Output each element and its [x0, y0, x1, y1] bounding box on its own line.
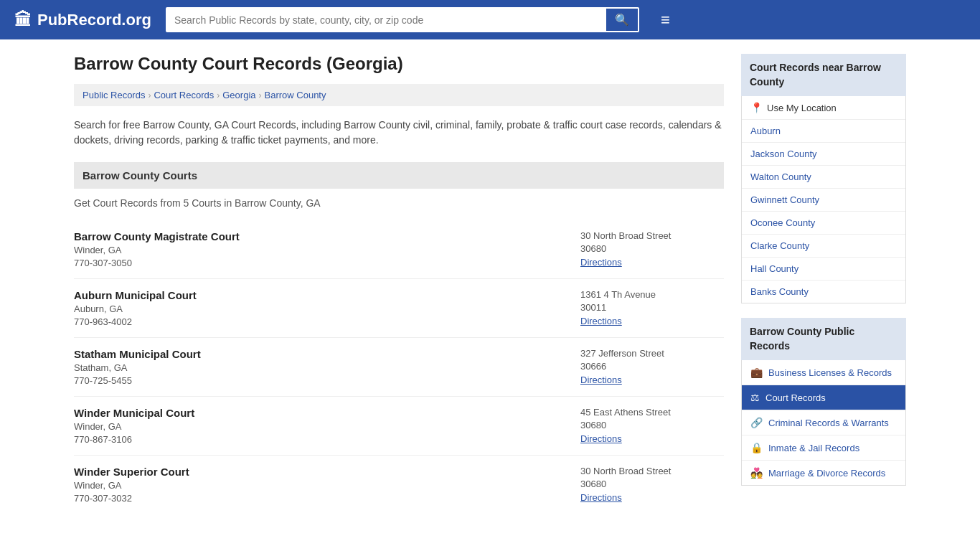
- records-item[interactable]: 💑 Marriage & Divorce Records: [742, 461, 905, 485]
- court-zip: 30666: [580, 361, 724, 372]
- directions-link[interactable]: Directions: [580, 257, 622, 268]
- breadcrumb-public-records[interactable]: Public Records: [83, 90, 145, 100]
- location-icon: 📍: [750, 102, 763, 113]
- breadcrumb-court-records[interactable]: Court Records: [154, 90, 214, 100]
- records-section-title: Barrow County Public Records: [741, 318, 906, 360]
- directions-link[interactable]: Directions: [580, 433, 622, 444]
- breadcrumb-georgia[interactable]: Georgia: [222, 90, 255, 100]
- logo-icon: 🏛: [14, 10, 32, 30]
- courts-subtitle: Get Court Records from 5 Courts in Barro…: [74, 197, 724, 209]
- court-right-1: 1361 4 Th Avenue 30011 Directions: [580, 289, 724, 327]
- logo-text: PubRecord.org: [37, 11, 151, 29]
- court-entry: Statham Municipal Court Statham, GA 770-…: [74, 338, 724, 397]
- page-title: Barrow County Court Records (Georgia): [74, 54, 724, 74]
- court-city: Auburn, GA: [74, 303, 197, 314]
- records-label: Inmate & Jail Records: [768, 443, 859, 453]
- court-name: Winder Municipal Court: [74, 407, 194, 419]
- breadcrumb-sep-3: ›: [259, 90, 262, 100]
- court-zip: 30680: [580, 243, 724, 254]
- court-name: Statham Municipal Court: [74, 348, 201, 360]
- court-zip: 30680: [580, 479, 724, 489]
- court-left-0: Barrow County Magistrate Court Winder, G…: [74, 230, 240, 268]
- site-header: 🏛 PubRecord.org 🔍 ≡: [0, 0, 980, 39]
- courts-list: Barrow County Magistrate Court Winder, G…: [74, 220, 724, 514]
- nearby-item[interactable]: Hall County: [742, 258, 905, 281]
- logo-link[interactable]: 🏛 PubRecord.org: [14, 10, 151, 30]
- court-zip: 30680: [580, 420, 724, 430]
- breadcrumb-sep-2: ›: [217, 90, 220, 100]
- nearby-item[interactable]: Walton County: [742, 166, 905, 189]
- court-zip: 30011: [580, 302, 724, 313]
- court-right-4: 30 North Broad Street 30680 Directions: [580, 466, 724, 504]
- sidebar: Court Records near Barrow County 📍 Use M…: [741, 54, 906, 514]
- records-item[interactable]: 🔒 Inmate & Jail Records: [742, 435, 905, 461]
- court-right-3: 45 East Athens Street 30680 Directions: [580, 407, 724, 445]
- content-area: Barrow County Court Records (Georgia) Pu…: [74, 54, 724, 514]
- records-item[interactable]: 🔗 Criminal Records & Warrants: [742, 410, 905, 435]
- records-label: Court Records: [765, 392, 826, 403]
- records-label: Business Licenses & Records: [768, 367, 892, 378]
- court-left-1: Auburn Municipal Court Auburn, GA 770-96…: [74, 289, 197, 327]
- court-address: 1361 4 Th Avenue: [580, 289, 724, 300]
- search-button[interactable]: 🔍: [605, 7, 639, 32]
- court-right-2: 327 Jefferson Street 30666 Directions: [580, 348, 724, 386]
- nearby-item[interactable]: Oconee County: [742, 212, 905, 235]
- page-description: Search for free Barrow County, GA Court …: [74, 118, 724, 148]
- breadcrumb-barrow-county[interactable]: Barrow County: [265, 90, 326, 100]
- court-city: Statham, GA: [74, 362, 201, 373]
- use-location-label: Use My Location: [767, 103, 837, 113]
- directions-link[interactable]: Directions: [580, 492, 622, 503]
- court-address: 30 North Broad Street: [580, 230, 724, 241]
- court-name: Winder Superior Court: [74, 466, 189, 478]
- nearby-item[interactable]: Jackson County: [742, 143, 905, 166]
- use-my-location[interactable]: 📍 Use My Location: [742, 96, 905, 120]
- breadcrumb-sep-1: ›: [148, 90, 151, 100]
- records-label: Marriage & Divorce Records: [768, 468, 885, 479]
- court-phone: 770-307-3050: [74, 258, 240, 268]
- court-phone: 770-725-5455: [74, 375, 201, 386]
- nearby-item[interactable]: Banks County: [742, 281, 905, 303]
- menu-button[interactable]: ≡: [661, 11, 670, 29]
- records-label: Criminal Records & Warrants: [768, 418, 889, 428]
- search-input[interactable]: [166, 7, 605, 32]
- main-container: Barrow County Court Records (Georgia) Pu…: [60, 39, 920, 528]
- court-left-3: Winder Municipal Court Winder, GA 770-86…: [74, 407, 194, 445]
- court-address: 30 North Broad Street: [580, 466, 724, 476]
- courts-section-header: Barrow County Courts: [74, 162, 724, 189]
- court-right-0: 30 North Broad Street 30680 Directions: [580, 230, 724, 268]
- court-left-4: Winder Superior Court Winder, GA 770-307…: [74, 466, 189, 504]
- court-city: Winder, GA: [74, 421, 194, 432]
- court-city: Winder, GA: [74, 480, 189, 491]
- records-icon: ⚖: [750, 392, 760, 403]
- court-address: 45 East Athens Street: [580, 407, 724, 418]
- directions-link[interactable]: Directions: [580, 316, 622, 326]
- court-address: 327 Jefferson Street: [580, 348, 724, 359]
- court-city: Winder, GA: [74, 245, 240, 255]
- records-item[interactable]: ⚖ Court Records: [742, 385, 905, 410]
- records-icon: 🔒: [750, 442, 763, 453]
- court-entry: Auburn Municipal Court Auburn, GA 770-96…: [74, 279, 724, 338]
- court-phone: 770-867-3106: [74, 434, 194, 445]
- records-item[interactable]: 💼 Business Licenses & Records: [742, 360, 905, 385]
- court-left-2: Statham Municipal Court Statham, GA 770-…: [74, 348, 201, 386]
- court-entry: Winder Superior Court Winder, GA 770-307…: [74, 456, 724, 514]
- breadcrumb: Public Records › Court Records › Georgia…: [74, 84, 724, 106]
- court-phone: 770-963-4002: [74, 316, 197, 327]
- records-icon: 🔗: [750, 417, 763, 428]
- records-icon: 💑: [750, 467, 763, 479]
- nearby-item[interactable]: Clarke County: [742, 235, 905, 258]
- nearby-item[interactable]: Gwinnett County: [742, 189, 905, 212]
- nearby-item[interactable]: Auburn: [742, 120, 905, 143]
- court-name: Auburn Municipal Court: [74, 289, 197, 301]
- court-entry: Barrow County Magistrate Court Winder, G…: [74, 220, 724, 279]
- nearby-section-title: Court Records near Barrow County: [741, 54, 906, 96]
- court-entry: Winder Municipal Court Winder, GA 770-86…: [74, 397, 724, 456]
- records-icon: 💼: [750, 367, 763, 378]
- directions-link[interactable]: Directions: [580, 375, 622, 385]
- court-name: Barrow County Magistrate Court: [74, 230, 240, 242]
- nearby-list: 📍 Use My Location AuburnJackson CountyWa…: [741, 96, 906, 303]
- records-list: 💼 Business Licenses & Records ⚖ Court Re…: [741, 360, 906, 486]
- search-container: 🔍: [166, 7, 639, 32]
- court-phone: 770-307-3032: [74, 493, 189, 504]
